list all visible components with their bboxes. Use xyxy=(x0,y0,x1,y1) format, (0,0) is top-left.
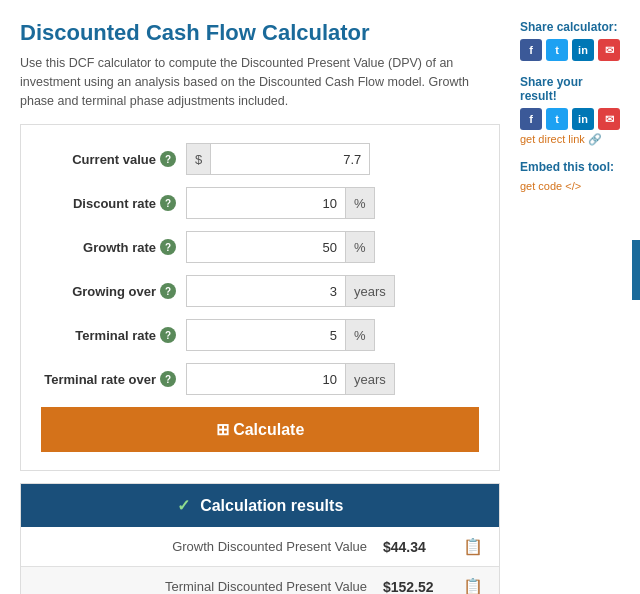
current-value-label: Current value ? xyxy=(41,151,186,167)
growing-over-help-icon[interactable]: ? xyxy=(160,283,176,299)
growth-rate-help-icon[interactable]: ? xyxy=(160,239,176,255)
terminal-rate-input[interactable] xyxy=(186,319,346,351)
growing-over-input[interactable] xyxy=(186,275,346,307)
current-value-input[interactable] xyxy=(210,143,370,175)
share-result-section: Share your result! f t in ✉ get direct l… xyxy=(520,75,620,146)
check-icon: ✓ xyxy=(177,497,190,514)
terminal-rate-over-label: Terminal rate over ? xyxy=(41,371,186,387)
embed-title: Embed this tool: xyxy=(520,160,620,174)
email-result-icon[interactable]: ✉ xyxy=(598,108,620,130)
growth-rate-row: Growth rate ? % xyxy=(41,231,479,263)
page-title: Discounted Cash Flow Calculator xyxy=(20,20,500,46)
terminal-rate-row: Terminal rate ? % xyxy=(41,319,479,351)
result-label-growth: Growth Discounted Present Value xyxy=(37,539,383,554)
page-description: Use this DCF calculator to compute the D… xyxy=(20,54,500,110)
growth-rate-input[interactable] xyxy=(186,231,346,263)
current-value-help-icon[interactable]: ? xyxy=(160,151,176,167)
current-value-prefix: $ xyxy=(186,143,210,175)
facebook-result-icon[interactable]: f xyxy=(520,108,542,130)
discount-rate-help-icon[interactable]: ? xyxy=(160,195,176,211)
discount-rate-row: Discount rate ? % xyxy=(41,187,479,219)
calculate-button[interactable]: ⊞ Calculate xyxy=(41,407,479,452)
terminal-rate-help-icon[interactable]: ? xyxy=(160,327,176,343)
growth-rate-suffix: % xyxy=(346,231,375,263)
discount-rate-suffix: % xyxy=(346,187,375,219)
discount-rate-input-group: % xyxy=(186,187,479,219)
copy-icon-growth[interactable]: 📋 xyxy=(463,537,483,556)
share-result-title: Share your result! xyxy=(520,75,620,103)
share-calculator-icons: f t in ✉ xyxy=(520,39,620,61)
copy-icon-terminal[interactable]: 📋 xyxy=(463,577,483,594)
embed-section: Embed this tool: get code </> xyxy=(520,160,620,193)
terminal-rate-suffix: % xyxy=(346,319,375,351)
share-calculator-section: Share calculator: f t in ✉ xyxy=(520,20,620,61)
twitter-share-icon[interactable]: t xyxy=(546,39,568,61)
email-share-icon[interactable]: ✉ xyxy=(598,39,620,61)
results-box: ✓ Calculation results Growth Discounted … xyxy=(20,483,500,594)
growth-rate-input-group: % xyxy=(186,231,479,263)
share-result-icons: f t in ✉ xyxy=(520,108,620,130)
current-value-input-group: $ xyxy=(186,143,479,175)
current-value-row: Current value ? $ xyxy=(41,143,479,175)
terminal-rate-label: Terminal rate ? xyxy=(41,327,186,343)
growing-over-input-group: years xyxy=(186,275,479,307)
discount-rate-input[interactable] xyxy=(186,187,346,219)
scrollbar[interactable] xyxy=(632,240,640,300)
terminal-rate-over-input-group: years xyxy=(186,363,479,395)
share-calculator-title: Share calculator: xyxy=(520,20,620,34)
get-code-link[interactable]: get code </> xyxy=(520,180,581,192)
result-label-terminal: Terminal Discounted Present Value xyxy=(37,579,383,594)
linkedin-share-icon[interactable]: in xyxy=(572,39,594,61)
result-value-growth: $44.34 xyxy=(383,539,453,555)
terminal-rate-over-suffix: years xyxy=(346,363,395,395)
growing-over-suffix: years xyxy=(346,275,395,307)
calculator-form: Current value ? $ Discount rate ? xyxy=(20,124,500,471)
sidebar: Share calculator: f t in ✉ Share your re… xyxy=(510,20,620,594)
terminal-rate-input-group: % xyxy=(186,319,479,351)
results-header: ✓ Calculation results xyxy=(21,484,499,527)
terminal-rate-over-input[interactable] xyxy=(186,363,346,395)
growth-rate-label: Growth rate ? xyxy=(41,239,186,255)
terminal-rate-over-help-icon[interactable]: ? xyxy=(160,371,176,387)
facebook-share-icon[interactable]: f xyxy=(520,39,542,61)
linkedin-result-icon[interactable]: in xyxy=(572,108,594,130)
twitter-result-icon[interactable]: t xyxy=(546,108,568,130)
growing-over-row: Growing over ? years xyxy=(41,275,479,307)
terminal-rate-over-row: Terminal rate over ? years xyxy=(41,363,479,395)
result-row-growth: Growth Discounted Present Value $44.34 📋 xyxy=(21,527,499,567)
result-value-terminal: $152.52 xyxy=(383,579,453,594)
get-direct-link[interactable]: get direct link 🔗 xyxy=(520,133,602,145)
growing-over-label: Growing over ? xyxy=(41,283,186,299)
discount-rate-label: Discount rate ? xyxy=(41,195,186,211)
result-row-terminal: Terminal Discounted Present Value $152.5… xyxy=(21,567,499,594)
